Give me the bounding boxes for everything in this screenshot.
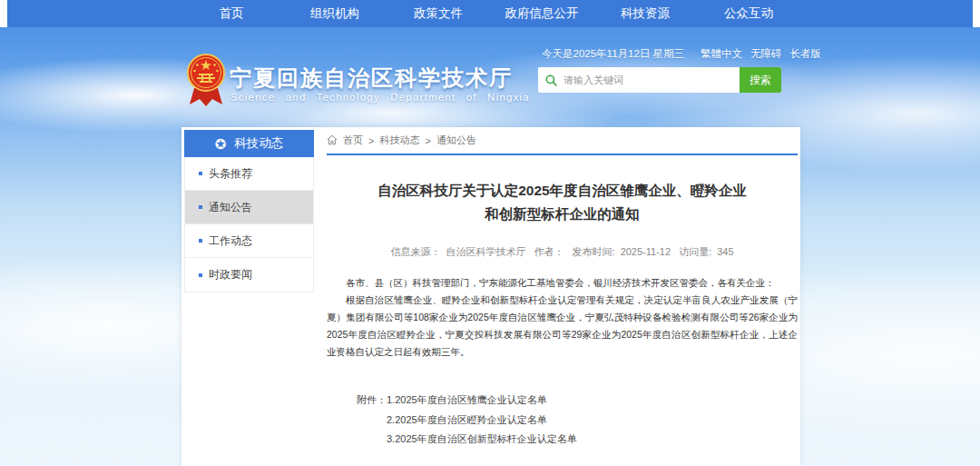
nav-item-interaction[interactable]: 公众互动	[697, 5, 800, 22]
search-input[interactable]	[564, 74, 740, 85]
attachments-block: 附件： 1.2025年度自治区雏鹰企业认定名单 2.2025年度自治区瞪羚企业认…	[327, 391, 798, 450]
attachment-link-1[interactable]: 1.2025年度自治区雏鹰企业认定名单	[387, 391, 577, 411]
attachment-link-2[interactable]: 2.2025年度自治区瞪羚企业认定名单	[387, 411, 577, 431]
breadcrumb: 首页 > 科技动态 > 通知公告	[327, 127, 798, 155]
content-wrapper: ✪ 科技动态 头条推荐 通知公告 工作动态 时政要闻	[181, 127, 800, 466]
meta-views-label: 访问量:	[679, 246, 711, 257]
link-traditional-chinese[interactable]: 繁體中文	[701, 47, 742, 61]
sidebar-item-label: 工作动态	[209, 233, 252, 249]
sidebar-list: 头条推荐 通知公告 工作动态 时政要闻	[184, 157, 314, 292]
home-icon	[327, 134, 338, 145]
sidebar-title: 科技动态	[234, 135, 283, 152]
article-body: 各市、县（区）科技管理部门，宁东能源化工基地管委会，银川经济技术开发区管委会，各…	[327, 274, 798, 361]
meta-time-label: 发布时间:	[573, 246, 615, 257]
sidebar-item-label: 通知公告	[209, 200, 252, 215]
meta-author-label: 作者：	[534, 246, 564, 257]
bullet-icon	[199, 172, 202, 175]
header-meta-bar: 今天是2025年11月12日 星期三 繁體中文 无障碍 长者版	[542, 47, 791, 61]
nav-item-home[interactable]: 首页	[180, 5, 283, 22]
sidebar-item-headlines[interactable]: 头条推荐	[185, 157, 313, 191]
search-field	[538, 67, 740, 93]
nav-item-resources[interactable]: 科技资源	[593, 5, 697, 22]
bullet-icon	[199, 273, 202, 277]
sidebar-item-notices[interactable]: 通知公告	[185, 191, 313, 224]
bullet-icon	[199, 205, 202, 209]
search-bar: 搜索	[538, 67, 781, 93]
breadcrumb-level2[interactable]: 通知公告	[436, 134, 476, 147]
sidebar-item-politics-news[interactable]: 时政要闻	[185, 258, 313, 292]
meta-source-label: 信息来源：	[390, 246, 440, 257]
link-elderly-version[interactable]: 长者版	[790, 47, 822, 61]
article-title-line1: 自治区科技厅关于认定2025年度自治区雏鹰企业、瞪羚企业	[327, 179, 798, 203]
bullet-icon	[199, 239, 202, 243]
article-title-line2: 和创新型标杆企业的通知	[327, 203, 798, 226]
top-navigation: 首页 组织机构 政策文件 政府信息公开 科技资源 公众互动	[7, 0, 973, 27]
national-emblem-logo	[186, 54, 226, 107]
breadcrumb-separator: >	[368, 135, 374, 146]
article-panel: 首页 > 科技动态 > 通知公告 自治区科技厅关于认定2025年度自治区雏鹰企业…	[327, 127, 798, 450]
sidebar-header: ✪ 科技动态	[184, 130, 314, 157]
attachments-label: 附件：	[357, 391, 387, 450]
site-subtitle-en: Science and Technology Department of Nin…	[230, 92, 530, 103]
star-circle-icon: ✪	[215, 137, 227, 151]
meta-time: 2025-11-12	[621, 246, 671, 257]
site-title: 宁夏回族自治区科学技术厅	[230, 64, 513, 93]
sidebar-item-label: 头条推荐	[209, 166, 252, 182]
sidebar-item-work-news[interactable]: 工作动态	[185, 224, 313, 258]
search-icon	[545, 74, 557, 86]
meta-views: 345	[717, 246, 733, 257]
sidebar-item-label: 时政要闻	[209, 267, 252, 283]
nav-item-policy[interactable]: 政策文件	[387, 5, 490, 22]
article-meta: 信息来源：自治区科学技术厅 作者： 发布时间:2025-11-12 访问量:34…	[327, 245, 798, 259]
article-title: 自治区科技厅关于认定2025年度自治区雏鹰企业、瞪羚企业 和创新型标杆企业的通知	[327, 179, 798, 226]
breadcrumb-level1[interactable]: 科技动态	[379, 134, 419, 147]
nav-item-organization[interactable]: 组织机构	[283, 5, 387, 22]
search-button[interactable]: 搜索	[740, 67, 781, 93]
attachments-list: 1.2025年度自治区雏鹰企业认定名单 2.2025年度自治区瞪羚企业认定名单 …	[387, 391, 577, 450]
sidebar: ✪ 科技动态 头条推荐 通知公告 工作动态 时政要闻	[184, 130, 314, 292]
link-accessibility[interactable]: 无障碍	[750, 47, 782, 61]
meta-source: 自治区科学技术厅	[446, 246, 525, 257]
breadcrumb-separator: >	[425, 135, 430, 146]
breadcrumb-home[interactable]: 首页	[343, 134, 363, 147]
paragraph: 各市、县（区）科技管理部门，宁东能源化工基地管委会，银川经济技术开发区管委会，各…	[327, 274, 798, 292]
current-date: 今天是2025年11月12日 星期三	[542, 47, 684, 61]
attachment-link-3[interactable]: 3.2025年度自治区创新型标杆企业认定名单	[387, 430, 577, 450]
nav-item-gov-info[interactable]: 政府信息公开	[490, 5, 593, 22]
paragraph: 根据自治区雏鹰企业、瞪羚企业和创新型标杆企业认定管理有关规定，决定认定半亩良人农…	[327, 292, 798, 361]
